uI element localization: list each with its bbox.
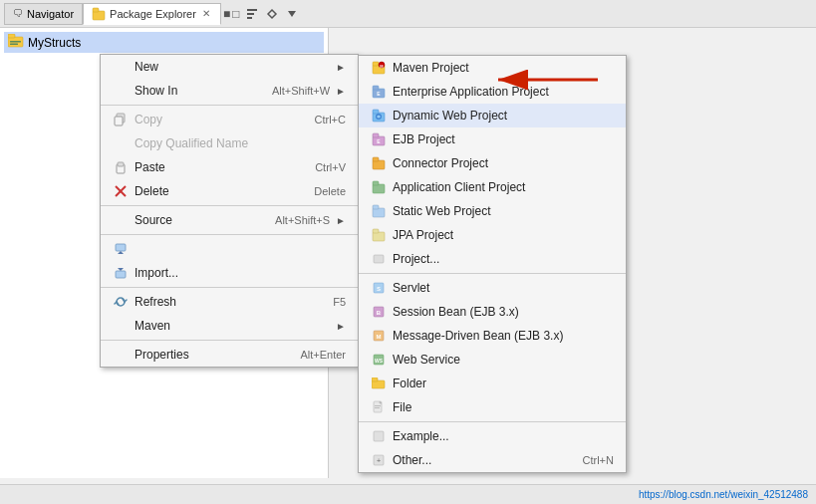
ctx-item-export[interactable]: Import... [101, 261, 358, 285]
context-menu: New ► M Maven Project [100, 54, 359, 368]
ctx-item-new[interactable]: New ► M Maven Project [101, 55, 358, 79]
sub-app-client[interactable]: Application Client Project [359, 175, 626, 199]
tab-area: 🗨 Navigator Package Explorer ✕ ■ □ [4, 0, 239, 27]
sub-static-web[interactable]: Static Web Project [359, 199, 626, 223]
svg-rect-43 [375, 405, 381, 406]
svg-rect-31 [374, 255, 384, 263]
sub-mdb[interactable]: M Message-Driven Bean (EJB 3.x) [359, 324, 626, 348]
show-in-icon [113, 83, 129, 99]
sub-connector[interactable]: Connector Project [359, 151, 626, 175]
svg-rect-23 [373, 160, 385, 169]
submenu-separator-1 [359, 273, 626, 274]
maven-project-icon: M [371, 60, 387, 76]
ctx-item-show-in[interactable]: Show In Alt+Shift+W ► [101, 79, 358, 103]
sub-ejb-project[interactable]: E EJB Project [359, 127, 626, 151]
sub-project[interactable]: Project... [359, 247, 626, 271]
import-icon [113, 241, 129, 257]
ctx-item-import[interactable] [101, 237, 358, 261]
svg-rect-28 [373, 205, 379, 209]
svg-rect-49 [115, 117, 123, 126]
svg-rect-1 [93, 8, 99, 12]
svg-rect-0 [93, 11, 105, 20]
sub-jpa-project[interactable]: JPA Project [359, 223, 626, 247]
svg-rect-24 [373, 157, 379, 161]
sub-folder[interactable]: Folder [359, 372, 626, 395]
svg-rect-21 [373, 133, 379, 137]
svg-rect-2 [247, 9, 257, 11]
svg-rect-41 [372, 378, 378, 381]
new-submenu: M Maven Project E Enterprise Application… [358, 55, 627, 473]
ctx-sep-5 [101, 340, 358, 341]
svg-rect-30 [373, 229, 379, 233]
svg-rect-18 [373, 110, 379, 114]
sub-dynamic-web[interactable]: Dynamic Web Project [359, 104, 626, 127]
svg-rect-4 [247, 17, 252, 19]
svg-rect-51 [118, 162, 124, 166]
folder-icon [371, 376, 387, 391]
collapse-all-button[interactable] [243, 5, 261, 23]
svg-text:B: B [377, 310, 382, 316]
ctx-sep-4 [101, 287, 358, 288]
submenu-arrow-new: ► [336, 62, 346, 73]
tab-close-button[interactable]: ✕ [200, 8, 212, 20]
other-icon: + [371, 452, 387, 468]
svg-rect-54 [116, 244, 126, 251]
link-with-editor-button[interactable] [263, 5, 281, 23]
svg-rect-8 [10, 41, 21, 43]
ctx-item-copy[interactable]: Copy Ctrl+C [101, 108, 358, 131]
sub-web-service[interactable]: WS Web Service [359, 348, 626, 372]
status-url: https://blog.csdn.net/weixin_42512488 [639, 489, 808, 500]
svg-rect-45 [374, 431, 384, 441]
ctx-item-maven[interactable]: Maven ► [101, 314, 358, 338]
jpa-icon [371, 227, 387, 243]
svg-text:+: + [377, 457, 381, 464]
sub-session-bean[interactable]: B Session Bean (EJB 3.x) [359, 300, 626, 324]
copy-icon [113, 112, 129, 127]
ctx-item-refresh[interactable]: Refresh F5 [101, 290, 358, 314]
status-bar: https://blog.csdn.net/weixin_42512488 [0, 484, 816, 504]
svg-rect-26 [373, 181, 379, 185]
minimize-button[interactable]: ■ [223, 7, 230, 21]
tab-package-explorer[interactable]: Package Explorer ✕ [83, 3, 221, 25]
svg-rect-9 [10, 44, 18, 46]
properties-icon [113, 347, 129, 363]
svg-text:S: S [377, 286, 381, 292]
sub-example[interactable]: Example... [359, 424, 626, 448]
source-icon [113, 212, 129, 228]
export-icon [113, 265, 129, 281]
connector-icon [371, 155, 387, 171]
svg-rect-56 [116, 271, 126, 278]
svg-rect-29 [373, 232, 385, 241]
tab-navigator[interactable]: 🗨 Navigator [4, 3, 83, 25]
ctx-item-properties[interactable]: Properties Alt+Enter [101, 343, 358, 367]
view-menu-button[interactable] [283, 5, 301, 23]
maven-icon [113, 318, 129, 334]
tree-item-mystructs[interactable]: MyStructs [4, 32, 324, 53]
maximize-button[interactable]: □ [232, 7, 239, 21]
delete-icon [113, 183, 129, 199]
web-service-icon: WS [371, 352, 387, 368]
ide-header: 🗨 Navigator Package Explorer ✕ ■ □ [0, 0, 816, 28]
submenu-arrow-maven: ► [336, 321, 346, 332]
sub-servlet[interactable]: S Servlet [359, 276, 626, 300]
sub-file[interactable]: File [359, 395, 626, 419]
sub-maven-project[interactable]: M Maven Project [359, 56, 626, 80]
ctx-item-paste[interactable]: Paste Ctrl+V [101, 155, 358, 179]
sub-enterprise-app[interactable]: E Enterprise Application Project [359, 80, 626, 104]
svg-marker-57 [118, 268, 124, 271]
svg-rect-27 [373, 208, 385, 217]
ctx-item-copy-qualified: Copy Qualified Name [101, 131, 358, 155]
svg-rect-15 [373, 86, 379, 90]
svg-rect-7 [8, 34, 15, 38]
dynamic-web-icon [371, 108, 387, 124]
example-icon [371, 428, 387, 444]
svg-marker-5 [288, 11, 296, 17]
svg-marker-55 [118, 251, 124, 254]
static-web-icon [371, 203, 387, 219]
sub-other[interactable]: + Other... Ctrl+N [359, 448, 626, 472]
file-icon [371, 399, 387, 415]
mdb-icon: M [371, 328, 387, 344]
session-bean-icon: B [371, 304, 387, 320]
ctx-item-delete[interactable]: Delete Delete [101, 179, 358, 203]
ctx-item-source[interactable]: Source Alt+Shift+S ► [101, 208, 358, 232]
